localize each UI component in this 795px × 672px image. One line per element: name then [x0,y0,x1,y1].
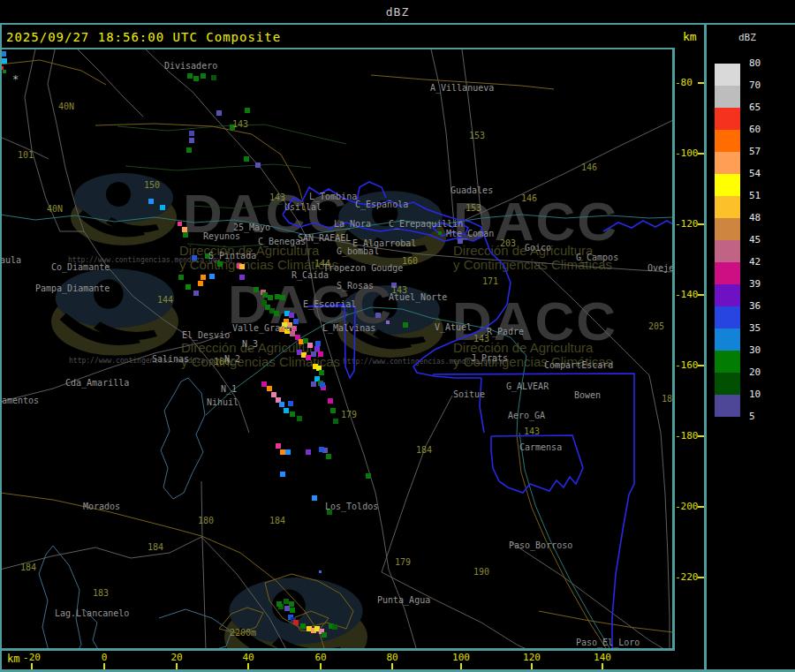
radar-echo-pixel [216,110,222,116]
radar-echo-pixel [333,419,338,424]
place-name-label: V_Atuel [435,322,472,333]
radar-echo-pixel [289,313,294,318]
radar-echo-pixel [366,473,371,479]
radar-echo-pixel [293,620,299,625]
titlebar-divider [0,23,795,25]
route-number-label: 146 [521,193,537,203]
place-name-label: SAN_RAFAEL [298,233,351,244]
km-unit-label: km [683,30,697,43]
radar-echo-pixel [320,382,325,388]
map-border-right [672,48,675,651]
place-name-label: Cda_Amarilla [65,378,129,389]
radar-echo-pixel [290,412,295,417]
frame-left [0,25,2,672]
x-axis-tick-label: 0 [102,652,108,663]
radar-echo-pixel [322,632,327,638]
legend-value-label: 10 [749,389,761,400]
route-number-label: 184 [416,445,432,455]
route-number-label: 205 [648,321,664,331]
route-number-label: 180 [198,516,214,525]
radar-echo-pixel [318,351,323,357]
radar-echo-pixel [284,408,289,413]
x-axis-tick [602,663,603,669]
place-name-label: Tropezon Goudge [323,263,403,273]
route-number-label: 144 [157,295,173,305]
radar-echo-pixel [276,601,282,607]
radar-echo-pixel [314,346,320,351]
radar-echo-pixel [306,355,311,360]
radar-echo-pixel [438,231,442,235]
place-name-label: Morados [83,502,120,511]
watermark-subtitle: Dirección de Agricultura [453,243,594,258]
y-axis-tick-label: -80 [675,77,698,88]
legend-value-label: 39 [749,278,761,290]
place-name-label: R_Padre [487,327,524,337]
radar-echo-pixel [239,275,245,280]
legend-color-block [715,284,740,306]
radar-echo-pixel [2,58,7,64]
y-axis-tick [698,435,704,437]
legend-value-label: 51 [749,190,761,201]
legend-value-label: 5 [749,411,755,422]
radar-echo-pixel [274,311,279,316]
route-number-label: 160 [402,256,418,266]
legend-color-block [715,152,740,174]
place-name-label: Soitue [453,389,485,399]
place-name-label: Los_Toldos [325,502,378,512]
x-axis-tick [176,663,178,669]
radar-echo-pixel [280,472,285,477]
radar-echo-pixel [458,238,463,244]
radar-echo-pixel [178,222,182,226]
radar-app-window: dBZ 2025/09/27 18:56:00 UTC Composite km… [0,0,795,672]
radar-echo-pixel [189,131,194,136]
radar-echo-pixel [178,275,184,280]
route-number-label: 143 [269,193,285,202]
radar-echo-pixel [2,66,4,70]
radar-echo-pixel [193,291,199,296]
route-number-label: 40N [47,204,63,214]
radar-echo-pixel [217,261,223,267]
radar-echo-pixel [245,108,250,113]
y-axis-tick-label: -120 [675,218,698,230]
legend-color-block [715,262,740,284]
place-name-label: Bowen [574,390,601,400]
radar-echo-pixel [297,416,302,421]
place-name-label: Guadales [450,185,493,195]
place-name-label: Mte_Coman [446,229,494,239]
legend-color-block [715,306,740,328]
place-name-label: A_Villanueva [430,83,494,94]
route-number-label: 184 [148,542,163,552]
place-name-label: E_Escorial [303,299,356,310]
legend-color-block [715,130,740,152]
place-name-label: R_Caída [292,270,329,281]
x-axis-tick [103,663,105,669]
radar-echo-pixel [261,381,267,387]
radar-echo-pixel [192,255,197,260]
place-name-label: Punta_Agua [377,595,430,606]
legend-value-label: 65 [749,102,761,113]
place-name-label: Paso_El_Loro [576,638,640,648]
radar-echo-pixel [311,351,316,357]
radar-echo-pixel [284,599,289,604]
radar-echo-pixel [148,199,154,204]
y-axis-tick [698,506,704,508]
route-number-label: 179 [341,410,357,419]
x-axis-tick-label: 80 [386,652,398,663]
x-axis: km -20020406080100120140 [0,651,704,669]
legend-title: dBZ [738,32,756,43]
map-border-bottom [0,648,675,651]
legend-value-label: 35 [749,322,761,334]
place-name-label: Divisadero [164,61,217,71]
route-number-label: 143 [232,119,248,129]
route-number-label: 40N [58,102,74,111]
place-name-label: J_Prats [471,353,508,364]
radar-map-canvas[interactable]: DACCDACCDACCDACCDirección de Agricultura… [2,49,672,648]
radar-echo-pixel [307,343,313,348]
legend-color-block [715,395,740,417]
route-number-label: 184 [269,516,285,525]
x-axis-tick-label: 20 [170,652,182,663]
radar-echo-pixel [267,386,272,391]
route-number-label: 2200m [230,628,256,638]
radar-echo-pixel [276,443,281,449]
radar-echo-pixel [328,398,333,404]
